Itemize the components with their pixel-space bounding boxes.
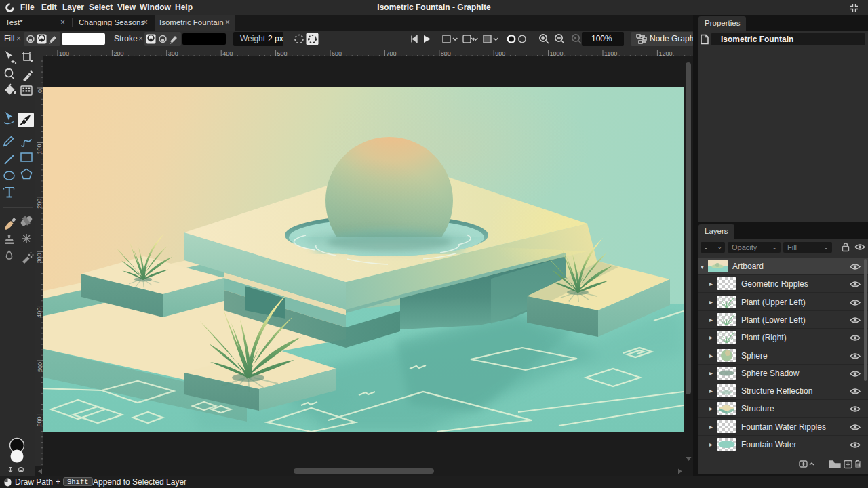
svg-text:100: 100 <box>59 50 69 56</box>
svg-text:900: 900 <box>495 50 505 56</box>
svg-text:1100: 1100 <box>604 50 617 56</box>
svg-text:300: 300 <box>168 50 178 56</box>
svg-text:700: 700 <box>386 50 396 56</box>
svg-text:600: 600 <box>332 50 342 56</box>
svg-text:0: 0 <box>37 89 43 93</box>
svg-text:500: 500 <box>277 50 288 56</box>
svg-text:300: 300 <box>37 253 43 263</box>
svg-text:400: 400 <box>222 50 233 56</box>
svg-text:200: 200 <box>37 199 43 209</box>
svg-text:1000: 1000 <box>550 50 564 56</box>
svg-text:500: 500 <box>37 362 43 372</box>
svg-text:400: 400 <box>37 308 43 318</box>
svg-text:200: 200 <box>113 50 123 56</box>
svg-text:600: 600 <box>37 416 43 426</box>
svg-text:800: 800 <box>441 50 451 56</box>
svg-text:1200: 1200 <box>658 50 672 56</box>
svg-text:100: 100 <box>37 144 43 154</box>
